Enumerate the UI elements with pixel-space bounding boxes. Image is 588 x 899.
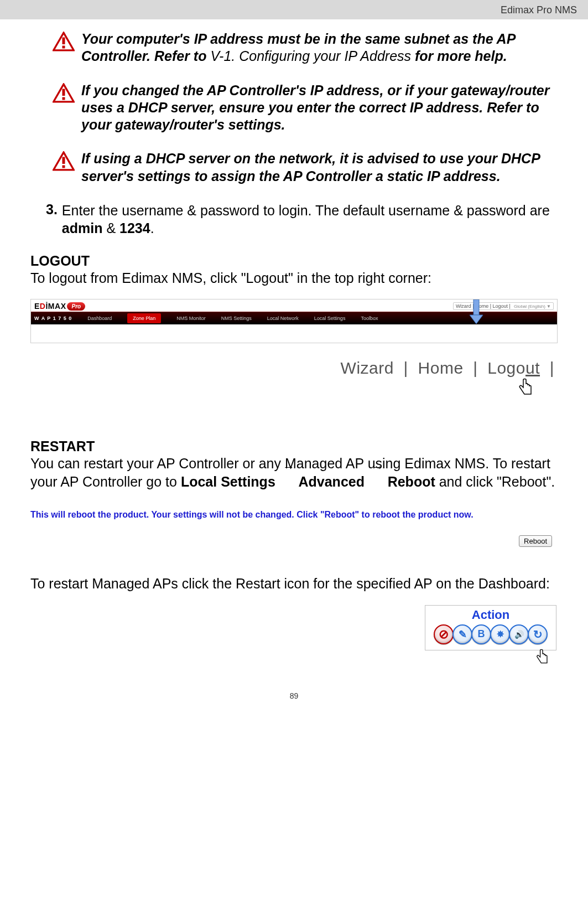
cursor-hand-icon [30, 647, 558, 669]
nav-zone-plan[interactable]: Zone Plan [127, 313, 161, 323]
warning-text: If using a DHCP server on the network, i… [81, 150, 558, 185]
nav-local-settings[interactable]: Local Settings [314, 316, 346, 321]
warning-icon [53, 32, 75, 51]
model-label: W A P 1 7 5 0 [34, 316, 72, 321]
svg-rect-1 [63, 38, 65, 45]
warning-icon [53, 83, 75, 103]
svg-rect-2 [63, 46, 65, 49]
action-title: Action [429, 608, 553, 622]
zoom-wizard[interactable]: Wizard [341, 359, 394, 377]
action-panel: Action ⊘ ✎ B ✸ 🔊 ↻ [425, 605, 556, 650]
svg-rect-9 [473, 299, 479, 315]
svg-marker-10 [470, 315, 483, 324]
edimax-logo: EDİMAX [34, 302, 66, 311]
warning-block: If you changed the AP Controller's IP ad… [53, 82, 558, 134]
nms-header-screenshot: EDİMAX Pro Wizard | Home | Logout | Glob… [30, 299, 558, 343]
logout-text: To logout from Edimax NMS, click "Logout… [30, 269, 558, 287]
warning-text: Your computer's IP address must be in th… [81, 30, 558, 65]
b-icon[interactable]: B [471, 624, 491, 644]
page-content: Your computer's IP address must be in th… [0, 19, 588, 711]
pro-badge: Pro [67, 302, 85, 311]
svg-rect-5 [63, 97, 65, 100]
warning-block: Your computer's IP address must be in th… [53, 30, 558, 65]
zoom-home[interactable]: Home [418, 359, 464, 377]
arrow-icon: → [372, 459, 384, 476]
nav-dashboard[interactable]: Dashboard [87, 316, 112, 321]
page-number: 89 [30, 691, 558, 700]
step-block: 3. Enter the username & password to logi… [46, 202, 558, 237]
doc-header: Edimax Pro NMS [0, 0, 588, 19]
restart-heading: RESTART [30, 438, 558, 454]
logout-zoom-text: Wizard | Home | Logout | [30, 359, 558, 378]
edit-icon[interactable]: ✎ [452, 624, 472, 644]
svg-rect-8 [63, 166, 65, 168]
nav-local-network[interactable]: Local Network [267, 316, 299, 321]
restart-ap-text: To restart Managed APs click the Restart… [30, 575, 558, 593]
reboot-note: This will reboot the product. Your setti… [30, 510, 558, 520]
buzzer-icon[interactable]: 🔊 [509, 624, 529, 644]
nav-nms-settings[interactable]: NMS Settings [221, 316, 252, 321]
restart-text: You can restart your AP Controller or an… [30, 454, 558, 490]
language-selector[interactable]: Global (English) ▼ [514, 304, 551, 309]
arrow-icon: → [283, 459, 295, 476]
nav-nms-monitor[interactable]: NMS Monitor [176, 316, 206, 321]
disable-icon[interactable]: ⊘ [434, 624, 454, 644]
svg-rect-4 [63, 89, 65, 96]
cursor-hand-icon [30, 376, 558, 401]
action-icons-row: ⊘ ✎ B ✸ 🔊 ↻ [429, 624, 553, 644]
restart-icon[interactable]: ↻ [528, 624, 548, 644]
step-text: Enter the username & password to login. … [62, 202, 558, 237]
zoom-logout[interactable]: Logout [487, 359, 540, 377]
nav-toolbox[interactable]: Toolbox [361, 316, 378, 321]
svg-rect-7 [63, 157, 65, 164]
warning-block: If using a DHCP server on the network, i… [53, 150, 558, 185]
warning-icon [53, 151, 75, 171]
blink-icon[interactable]: ✸ [490, 624, 510, 644]
logout-heading: LOGOUT [30, 253, 558, 269]
callout-arrow-icon [469, 299, 484, 324]
reboot-button[interactable]: Reboot [519, 535, 552, 547]
step-number: 3. [46, 202, 58, 237]
doc-title: Edimax Pro NMS [501, 4, 577, 16]
warning-text: If you changed the AP Controller's IP ad… [81, 82, 558, 134]
